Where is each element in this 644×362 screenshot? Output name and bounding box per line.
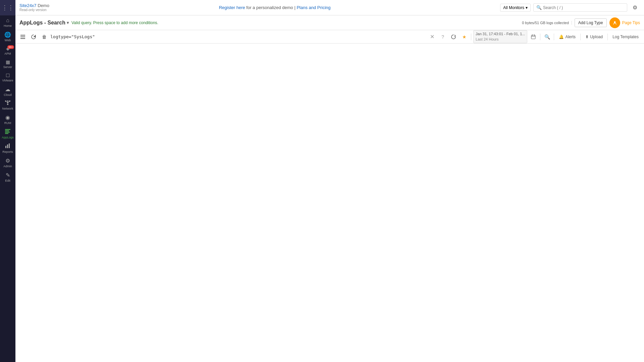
title-dropdown-arrow[interactable]: ▾ (67, 20, 69, 25)
separator-3 (554, 34, 554, 40)
search-logs-icon[interactable]: 🔍 (542, 32, 552, 42)
toolbar-right: ✕ ? ★ Jan 31, 17:43:01 - Feb 01, 1... La… (427, 30, 641, 43)
sidebar-item-label: Server (3, 65, 12, 69)
register-banner: Register here for a personalized demo | … (53, 5, 496, 10)
settings-button[interactable]: ⚙ (630, 3, 640, 13)
log-templates-label: Log Templates (612, 35, 639, 39)
svg-point-15 (614, 21, 615, 23)
refresh-icon[interactable] (29, 32, 38, 42)
search-icon: 🔍 (536, 5, 542, 10)
calendar-icon[interactable] (529, 32, 538, 42)
sidebar-item-label: Web (5, 39, 11, 42)
date-range-text: Jan 31, 17:43:01 - Feb 01, 1... (476, 32, 525, 37)
separator-4 (580, 34, 581, 40)
svg-rect-10 (5, 132, 10, 133)
monitor-dropdown[interactable]: All Monitors ▾ (500, 4, 531, 12)
svg-rect-9 (5, 130, 9, 131)
svg-rect-4 (7, 104, 8, 105)
upload-icon: ⬆ (585, 35, 589, 39)
svg-line-5 (6, 102, 8, 102)
query-toolbar: 🗑 ✕ ? ★ Jan 31, 17:43:01 - Feb 01, 1... … (15, 30, 644, 44)
sidebar-item-vmware[interactable]: ☐ VMware (0, 71, 15, 84)
upload-button[interactable]: ⬆ Upload (583, 33, 605, 41)
svg-rect-16 (20, 35, 25, 36)
delete-icon[interactable]: 🗑 (40, 32, 49, 42)
list-view-icon[interactable] (18, 32, 28, 42)
help-icon[interactable]: ? (438, 32, 447, 42)
applogs-icon (5, 129, 11, 135)
monitor-dropdown-label: All Monitors (503, 5, 524, 10)
grid-icon: ⋮⋮ (2, 4, 14, 11)
global-search-input[interactable] (543, 5, 624, 10)
svg-rect-3 (7, 102, 8, 103)
page-tips-label[interactable]: Page Tips (622, 20, 640, 25)
brand: Site24x7 Demo Read-only version (19, 3, 49, 12)
clear-query-icon[interactable]: ✕ (427, 32, 437, 42)
alerts-button[interactable]: 🔔 Alerts (556, 33, 578, 41)
grid-menu-button[interactable]: ⋮⋮ (0, 0, 15, 15)
alerts-label: Alerts (565, 35, 576, 39)
reports-icon (5, 143, 10, 149)
sidebar-item-edit[interactable]: ✎ Edit (0, 170, 15, 184)
separator-1 (471, 34, 471, 40)
svg-rect-11 (5, 133, 8, 134)
brand-site: Site (19, 3, 27, 8)
sidebar-item-label: Admin (3, 165, 12, 168)
svg-rect-8 (5, 129, 10, 130)
sidebar-item-label: Network (2, 107, 13, 110)
register-link[interactable]: Register here (219, 5, 245, 10)
query-input[interactable] (50, 34, 426, 39)
alarms-badge: 99+ (7, 45, 14, 49)
main-content: Site24x7 Demo Read-only version Register… (15, 0, 644, 362)
sidebar-item-reports[interactable]: Reports (0, 141, 15, 156)
sidebar-item-admin[interactable]: ⚙ Admin (0, 156, 15, 170)
brand-247: 24x7 (27, 3, 36, 8)
svg-rect-12 (5, 146, 6, 148)
sidebar-item-home[interactable]: ⌂ Home (0, 15, 15, 29)
settings-icon: ⚙ (633, 4, 637, 11)
sidebar-item-cloud[interactable]: ☁ Cloud (0, 84, 15, 99)
add-log-type-button[interactable]: Add Log Type (575, 18, 607, 27)
svg-rect-1 (7, 101, 8, 102)
sidebar-item-label: Home (4, 24, 12, 27)
sidebar-item-network[interactable]: Network (0, 99, 15, 112)
svg-rect-0 (5, 101, 6, 102)
sidebar-item-web[interactable]: 🌐 Web (0, 29, 15, 44)
sidebar-item-server[interactable]: ▦ Server (0, 57, 15, 71)
query-input-container[interactable] (50, 34, 426, 39)
vmware-icon: ☐ (6, 73, 10, 78)
sidebar-item-rum[interactable]: ◉ RUM (0, 112, 15, 127)
query-refresh-icon[interactable] (449, 32, 458, 42)
brand-demo: Demo (38, 3, 49, 8)
readonly-label: Read-only version (19, 8, 49, 12)
logs-collected-text: 0 bytes/51 GB logs collected (522, 21, 572, 25)
subheader: AppLogs - Search ▾ Valid query. Press sp… (15, 15, 644, 30)
separator-5 (607, 34, 608, 40)
cloud-icon: ☁ (5, 86, 10, 93)
network-icon (5, 101, 10, 106)
topbar-right: All Monitors ▾ 🔍 ⚙ (500, 3, 640, 13)
log-templates-button[interactable]: Log Templates (610, 33, 641, 41)
admin-icon: ⚙ (5, 158, 10, 164)
tips-circle-icon[interactable] (609, 17, 620, 28)
separator-2 (540, 34, 540, 40)
sidebar-item-label: AppLogs (2, 136, 14, 139)
sidebar-item-apm[interactable]: ◈ APM 99+ (0, 44, 15, 57)
sidebar-item-label: VMware (2, 79, 13, 82)
plans-pricing-link[interactable]: Plans and Pricing (297, 5, 330, 10)
brand-name: Site24x7 Demo (19, 3, 49, 8)
subheader-right: 0 bytes/51 GB logs collected Add Log Typ… (522, 17, 640, 28)
sidebar-item-label: Edit (5, 179, 10, 182)
home-icon: ⌂ (6, 17, 9, 23)
topbar: Site24x7 Demo Read-only version Register… (15, 0, 644, 15)
sidebar: ⋮⋮ ⌂ Home 🌐 Web ◈ APM 99+ ▦ Server ☐ VMw… (0, 0, 15, 362)
page-title-text: AppLogs - Search (19, 20, 65, 26)
bookmark-icon[interactable]: ★ (460, 32, 469, 42)
sidebar-item-applogs[interactable]: AppLogs (0, 127, 15, 141)
svg-rect-13 (7, 144, 8, 148)
sidebar-item-label: RUM (4, 121, 11, 125)
alerts-icon: 🔔 (559, 35, 564, 39)
datetime-range-picker[interactable]: Jan 31, 17:43:01 - Feb 01, 1... Last 24 … (473, 30, 527, 43)
edit-icon: ✎ (6, 172, 10, 178)
global-search-box[interactable]: 🔍 (533, 3, 627, 12)
